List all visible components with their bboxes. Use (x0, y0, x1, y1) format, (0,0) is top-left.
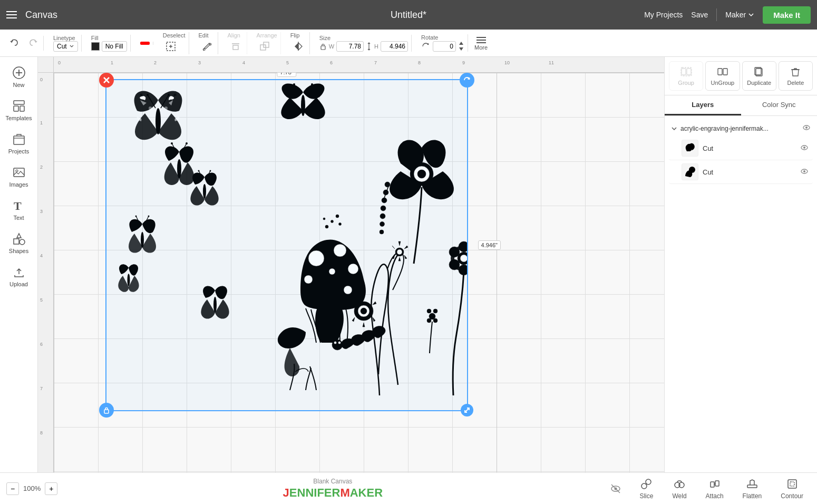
arrange-label: Arrange (257, 32, 277, 38)
maker-select[interactable]: Maker (725, 11, 754, 19)
blank-canvas-label: Blank Canvas (313, 478, 352, 485)
edit-button[interactable] (199, 38, 215, 54)
width-input[interactable] (336, 41, 364, 52)
sidebar-item-images[interactable]: Images (2, 161, 36, 192)
flip-label: Flip (290, 32, 300, 38)
sidebar-item-shapes[interactable]: Shapes (2, 227, 36, 258)
weld-tool[interactable]: Weld (665, 474, 694, 503)
lock-handle[interactable] (99, 403, 114, 418)
sidebar-item-shapes-label: Shapes (9, 248, 28, 254)
fill-section: Fill No Fill (88, 35, 131, 52)
layer-visibility-toggle[interactable] (800, 167, 809, 177)
rotate-handle[interactable] (460, 73, 474, 88)
group-visibility-toggle[interactable] (802, 123, 811, 133)
fill-label: Fill (91, 35, 99, 41)
selection-box[interactable]: 7.78" 4.946" (105, 79, 468, 411)
slice-tool[interactable]: Slice (632, 474, 660, 503)
bottom-bar: − 100% + Blank Canvas JENNIFERMAKER Slic… (0, 472, 817, 504)
top-right-controls: My Projects Save Maker Make It (644, 6, 811, 24)
svg-rect-127 (711, 482, 714, 487)
resize-handle[interactable] (461, 404, 473, 416)
layer-label: Cut (703, 144, 796, 152)
layer-thumbnail (682, 163, 698, 180)
tab-color-sync[interactable]: Color Sync (741, 95, 818, 115)
images-icon (12, 165, 26, 180)
flatten-tool[interactable]: Flatten (735, 474, 770, 503)
layer-visibility-toggle[interactable] (800, 143, 809, 153)
deselect-section: Deselect (160, 32, 189, 54)
svg-rect-13 (476, 40, 486, 41)
height-input[interactable] (381, 41, 408, 52)
svg-rect-130 (747, 485, 757, 488)
align-button[interactable] (228, 38, 244, 54)
rotate-icon (421, 42, 431, 51)
ruler-horizontal: 0 1 2 3 4 5 6 7 8 9 10 11 (54, 57, 664, 73)
svg-rect-19 (14, 106, 18, 111)
right-panel: Group UnGroup Duplicate Delete (664, 57, 817, 472)
rotate-down-button[interactable] (458, 46, 464, 52)
sidebar-item-new[interactable]: New (2, 61, 36, 92)
app-title: Canvas (25, 9, 57, 21)
delete-handle[interactable] (99, 73, 114, 88)
flip-button[interactable] (290, 38, 306, 54)
ruler-corner (38, 57, 54, 73)
group-name: acrylic-engraving-jennifermak... (680, 125, 799, 132)
canvas-area[interactable]: 0 1 2 3 4 5 6 7 8 9 10 11 0 1 2 3 4 5 6 … (38, 57, 664, 472)
layers-content: acrylic-engraving-jennifermak... Cut (665, 116, 817, 472)
text-icon: T (12, 198, 26, 213)
svg-rect-131 (788, 480, 796, 488)
svg-point-118 (803, 170, 805, 172)
fill-select[interactable]: No Fill (102, 41, 127, 52)
sidebar-item-templates[interactable]: Templates (2, 94, 36, 125)
save-button[interactable]: Save (691, 11, 708, 19)
duplicate-button[interactable]: Duplicate (742, 61, 776, 91)
size-label: Size (319, 35, 330, 41)
tab-layers[interactable]: Layers (665, 95, 741, 115)
sidebar-item-projects[interactable]: Projects (2, 128, 36, 159)
linetype-select[interactable]: Cut (53, 41, 78, 52)
linetype-label: Linetype (53, 35, 75, 41)
contour-tool[interactable]: Contour (773, 474, 811, 503)
sidebar-item-upload[interactable]: Upload (2, 260, 36, 292)
new-icon (12, 65, 26, 80)
sidebar-item-upload-label: Upload (9, 281, 28, 287)
svg-rect-22 (14, 168, 24, 177)
ungroup-button[interactable]: UnGroup (705, 61, 740, 91)
hamburger-menu[interactable] (6, 11, 17, 18)
make-it-button[interactable]: Make It (763, 6, 811, 24)
attach-tool[interactable]: Attach (698, 474, 731, 503)
my-projects-button[interactable]: My Projects (644, 11, 683, 19)
delete-button[interactable]: Delete (779, 61, 813, 91)
templates-icon (12, 99, 26, 113)
pen-color-swatch[interactable] (140, 42, 150, 45)
sidebar-item-text[interactable]: T Text (2, 194, 36, 225)
deselect-button[interactable] (163, 38, 179, 54)
svg-rect-104 (682, 69, 686, 75)
height-dimension: 4.946" (478, 240, 501, 250)
layer-label: Cut (703, 168, 796, 176)
rotate-input[interactable] (433, 41, 456, 52)
zoom-out-button[interactable]: − (6, 482, 19, 495)
svg-rect-11 (321, 46, 325, 50)
align-label: Align (228, 32, 240, 38)
rotate-up-button[interactable] (458, 41, 464, 46)
flip-section: Flip (287, 32, 310, 54)
redo-button[interactable] (25, 36, 40, 51)
canvas-title: Untitled* (391, 9, 426, 21)
more-button[interactable]: More (474, 36, 488, 51)
fill-color-swatch[interactable] (91, 42, 100, 51)
layer-item[interactable]: Cut (669, 160, 813, 184)
edit-section: Edit (196, 32, 218, 54)
layer-item[interactable]: Cut (669, 137, 813, 160)
sidebar-item-images-label: Images (9, 181, 28, 188)
undo-button[interactable] (7, 36, 22, 51)
zoom-in-button[interactable]: + (45, 482, 57, 495)
group-button[interactable]: Group (669, 61, 703, 91)
arrange-button[interactable] (257, 38, 273, 54)
zoom-controls: − 100% + (6, 482, 57, 495)
canvas-grid[interactable]: 7.78" 4.946" (54, 73, 664, 472)
align-section: Align (225, 32, 247, 54)
sidebar-item-templates-label: Templates (5, 115, 32, 121)
layer-group-header[interactable]: acrylic-engraving-jennifermak... (669, 120, 813, 137)
hide-canvas-button[interactable] (608, 474, 624, 503)
